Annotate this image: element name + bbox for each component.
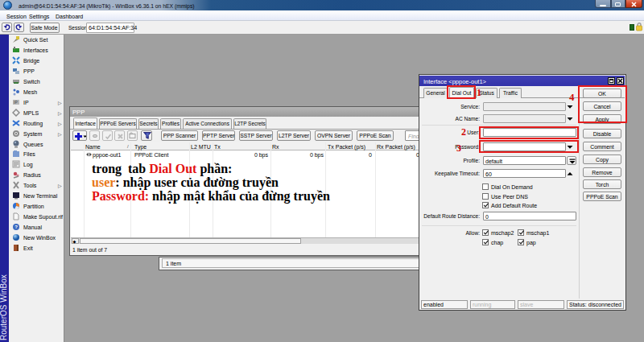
svg-text:?: ? <box>14 225 18 229</box>
svg-text:IP: IP <box>14 100 18 105</box>
